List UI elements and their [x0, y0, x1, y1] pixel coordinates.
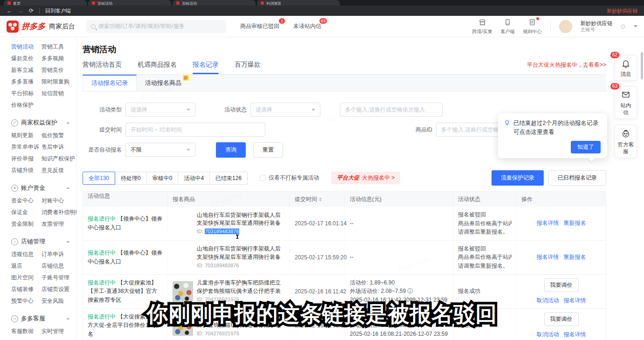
product-thumbnail[interactable]: [173, 281, 193, 302]
logo-text[interactable]: 拼多多: [21, 21, 45, 32]
query-button[interactable]: 查询: [216, 142, 246, 158]
product-thumbnail[interactable]: [173, 213, 193, 234]
checkbox-icon[interactable]: [260, 175, 266, 181]
tab[interactable]: 百万爆款: [235, 61, 261, 74]
sidebar-item[interactable]: 营销工具: [42, 41, 76, 53]
logout-icon[interactable]: ⏻: [621, 23, 626, 30]
sidebar-item[interactable]: 短信营销: [42, 88, 76, 99]
sidebar-item[interactable]: 售后申诉: [42, 141, 76, 153]
sidebar-item[interactable]: 店铺信息: [42, 260, 76, 272]
adjust-price-button[interactable]: 我要调价: [544, 312, 579, 326]
tab[interactable]: 机遇商品报名: [138, 61, 177, 74]
sidebar-group-header[interactable]: ∩ 多多客服: [11, 314, 76, 323]
operation-link[interactable]: 重新报名: [564, 253, 586, 261]
sidebar-item[interactable]: 店铺升级: [11, 165, 40, 176]
sidebar-item[interactable]: 异常单申诉: [11, 141, 40, 153]
adjust-price-button[interactable]: 我要调价: [544, 278, 579, 292]
global-search-input[interactable]: 搜索功能/订单/课程/规则/帮助/服务: [86, 20, 226, 33]
table-header-cell[interactable]: 提交时间: [290, 192, 345, 207]
exclusive-activity-checkbox[interactable]: 仅看不打标专属活动: [260, 174, 319, 182]
operation-link[interactable]: 报名详情: [564, 297, 586, 305]
promo-link[interactable]: 平台大促火热报名中，去看看>>: [527, 61, 606, 74]
sidebar-item[interactable]: 多多直播: [11, 76, 40, 88]
archived-records-button[interactable]: 已归档报名记录: [548, 170, 606, 186]
status-filter-chip[interactable]: 全部130: [83, 172, 115, 185]
sidebar-item[interactable]: 资金限制: [11, 218, 40, 230]
browser-profile-name[interactable]: 新妙妙供应链: [607, 7, 637, 14]
table-header-cell[interactable]: 活动状态: [453, 192, 517, 207]
tab[interactable]: 营销活动首页: [83, 61, 122, 74]
operation-link[interactable]: 报名详情: [537, 253, 559, 261]
activity-type-select[interactable]: 请选择: [125, 103, 195, 117]
reload-icon[interactable]: ⟳: [29, 8, 34, 14]
product-id-value[interactable]: 703189483876: [205, 229, 239, 234]
sidebar-item[interactable]: 退店: [11, 260, 40, 272]
sidebar-item[interactable]: 实时管理: [42, 326, 76, 337]
sidebar-item[interactable]: 价格保护: [11, 99, 40, 111]
sidebar-item[interactable]: 限时限量购: [42, 76, 76, 88]
browser-tab[interactable]: 利润测算: [257, 0, 340, 6]
browser-tab[interactable]: 首页: [4, 0, 87, 6]
sort-icon[interactable]: [319, 197, 322, 201]
sidebar-item[interactable]: 对账中心: [42, 195, 77, 207]
rail-item[interactable]: 官方客服: [615, 125, 637, 158]
sidebar-item[interactable]: 客服数据: [11, 326, 40, 337]
sidebar-item[interactable]: 知识产权保护: [42, 153, 76, 165]
operation-link[interactable]: 报名详情: [564, 331, 586, 339]
status-filter-chip[interactable]: 活动中4: [178, 172, 210, 185]
forward-icon[interactable]: →: [18, 8, 23, 14]
activity-status-select[interactable]: 请选择: [250, 103, 320, 117]
operation-link[interactable]: 取消活动: [537, 331, 559, 339]
status-filter-chip[interactable]: 待处理0: [115, 172, 147, 185]
sidebar-item[interactable]: 新客立减: [11, 64, 40, 76]
page-scrollbar[interactable]: [641, 52, 643, 79]
sidebar-item[interactable]: 客服工具: [11, 337, 40, 340]
sidebar-item[interactable]: 子账号管理: [42, 272, 76, 284]
back-icon[interactable]: ←: [7, 8, 12, 14]
header-quick-nav-item[interactable]: 规则中心: [523, 18, 542, 35]
sidebar-item[interactable]: 图片空间: [11, 272, 40, 284]
operation-link[interactable]: 报名详情: [537, 219, 559, 227]
sidebar-item[interactable]: 多多视频: [42, 53, 76, 64]
browser-tab[interactable]: 营销活动: [88, 0, 171, 6]
tab[interactable]: 报名记录: [193, 61, 219, 74]
avatar[interactable]: [559, 20, 572, 33]
sidebar-item[interactable]: 规则更新: [11, 130, 40, 141]
sidebar-group-header[interactable]: ¥ 账户资金: [11, 184, 76, 192]
sidebar-item[interactable]: 违规信息: [11, 249, 40, 260]
header-quick-nav-item[interactable]: 跨境/买菜: [472, 18, 492, 35]
product-id-value[interactable]: 703189483876: [205, 263, 239, 268]
table-header-cell[interactable]: 操作: [517, 192, 606, 207]
sidebar-item[interactable]: 平台招标: [11, 88, 40, 99]
audit-rejected-link[interactable]: 商品审核已驳回 1: [240, 22, 279, 30]
header-quick-nav-item[interactable]: 客户端: [501, 18, 515, 35]
product-id-value[interactable]: 704276921979: [205, 331, 239, 336]
sidebar-item[interactable]: 店铺页设置: [42, 284, 76, 295]
unread-messages-link[interactable]: 未读站内信 63: [293, 22, 321, 30]
table-header-cell[interactable]: 活动信息(元): [345, 192, 453, 207]
reset-button[interactable]: 重置: [253, 142, 283, 158]
sidebar-item[interactable]: 资金中心: [11, 195, 40, 207]
operation-link[interactable]: 重新报名: [564, 219, 586, 227]
product-name[interactable]: 山地自行车后货架钢行李架载人后支架快拆尾架后车筐通用骑行装备: [197, 211, 285, 228]
operation-link[interactable]: 取消活动: [537, 297, 559, 305]
pinduoduo-logo-icon[interactable]: [7, 21, 19, 33]
rail-item[interactable]: 62 消息: [615, 55, 637, 81]
auto-enroll-select[interactable]: 不限: [125, 143, 195, 157]
hot-promo-banner[interactable]: 平台大促火热报名中 >: [331, 172, 400, 184]
table-header-cell[interactable]: 活动信息: [83, 192, 168, 207]
product-thumbnail[interactable]: [173, 247, 193, 268]
sidebar-item[interactable]: 爆款竞价: [11, 53, 40, 64]
sidebar-group-header[interactable]: ⌂ 店铺管理: [11, 237, 76, 246]
address-text[interactable]: 回到客户端: [45, 7, 71, 14]
sidebar-item[interactable]: 安全风险: [42, 295, 76, 307]
subtab-activity-records[interactable]: 活动报名记录: [83, 75, 137, 91]
status-filter-chip[interactable]: 已结束126: [209, 172, 248, 185]
sidebar-item[interactable]: 预警中心: [11, 295, 40, 307]
sidebar-group-header[interactable]: ✓ 商家权益保护: [11, 118, 76, 127]
chevron-down-icon[interactable]: [634, 25, 637, 28]
submit-time-range-input[interactable]: 开始时间 ~ 结束时间: [125, 123, 265, 137]
product-name[interactable]: 儿童滑步平衡车护胸车把防撞把立保护套饰熊猫玩偶卡通公仔把手装: [197, 279, 285, 295]
account-info[interactable]: 新妙妙供应链 主账号: [581, 20, 613, 33]
sidebar-item[interactable]: 发票管理: [42, 218, 77, 230]
